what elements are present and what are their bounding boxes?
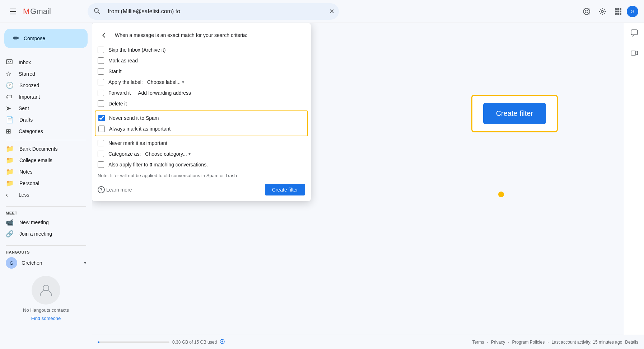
sidebar-item-sent[interactable]: ➤ Sent (0, 103, 86, 114)
forward-it-checkbox[interactable] (98, 90, 104, 96)
apply-label-checkbox[interactable] (98, 79, 104, 85)
add-forwarding-link[interactable]: Add forwarding address (138, 90, 191, 96)
right-tab-chat[interactable] (624, 23, 644, 43)
also-apply-label[interactable]: Also apply filter to 0 matching conversa… (108, 162, 208, 168)
apply-label-label[interactable]: Apply the label: (108, 79, 143, 85)
sidebar-item-notes-label: Notes (19, 169, 80, 175)
sidebar-item-inbox[interactable]: Inbox (0, 57, 86, 68)
storage-text: 0.38 GB of 15 GB used (172, 340, 217, 345)
compose-button[interactable]: ✏ Compose (4, 29, 88, 48)
learn-more-icon: ? (98, 186, 105, 193)
support-button[interactable] (579, 4, 594, 19)
categorize-as-label[interactable]: Categorize as: (108, 151, 141, 157)
star-it-label[interactable]: Star it (108, 69, 122, 74)
filter-back-button[interactable] (98, 29, 111, 42)
svg-line-1 (98, 12, 100, 14)
footer-separator-3: · (547, 340, 549, 345)
delete-it-label[interactable]: Delete it (108, 101, 127, 107)
terms-link[interactable]: Terms (472, 340, 484, 345)
hangouts-divider (6, 245, 86, 246)
svg-rect-10 (617, 8, 619, 10)
snoozed-icon: 🕐 (6, 81, 14, 89)
sidebar-item-drafts[interactable]: 📄 Drafts (0, 114, 86, 126)
hangouts-user[interactable]: G Gretchen ▾ (0, 256, 92, 270)
personal-icon: 📁 (6, 179, 14, 187)
svg-rect-20 (631, 30, 638, 35)
never-important-label[interactable]: Never mark it as important (108, 140, 167, 146)
never-important-checkbox[interactable] (98, 140, 104, 146)
filter-option-apply-label: Apply the label: Choose label... ▾ (98, 77, 305, 88)
choose-label-button[interactable]: Choose label... ▾ (147, 79, 184, 85)
highlighted-options-group: Never send it to Spam Always mark it as … (95, 110, 308, 136)
meet-divider (6, 206, 86, 207)
settings-button[interactable] (595, 4, 610, 19)
compose-label: Compose (24, 36, 45, 41)
no-hangouts-icon (32, 276, 60, 305)
drafts-icon: 📄 (6, 116, 14, 124)
sent-icon: ➤ (6, 104, 13, 112)
account-avatar[interactable]: G (627, 6, 638, 17)
svg-rect-14 (620, 10, 621, 12)
meet-section: Meet 📹 New meeting 🔗 Join a meeting (0, 203, 92, 240)
filter-note-prefix: Note: (98, 173, 110, 178)
sidebar-item-join-meeting[interactable]: 🔗 Join a meeting (0, 228, 86, 240)
search-input[interactable] (88, 3, 339, 20)
hamburger-icon (10, 9, 16, 14)
search-clear-button[interactable]: ✕ (329, 8, 335, 15)
program-policies-link[interactable]: Program Policies (512, 340, 545, 345)
sidebar-item-bank-documents[interactable]: 📁 Bank Documents (0, 143, 86, 155)
create-filter-dialog-button[interactable]: Create filter (265, 184, 305, 195)
details-link[interactable]: Details (625, 340, 638, 345)
star-it-checkbox[interactable] (98, 68, 104, 75)
apps-button[interactable] (611, 4, 625, 19)
sidebar-item-categories[interactable]: ⊞ Categories (0, 126, 86, 137)
svg-rect-13 (617, 10, 619, 12)
sidebar-item-new-meeting[interactable]: 📹 New meeting (0, 217, 86, 228)
find-someone-link[interactable]: Find someone (31, 316, 61, 321)
choose-category-button[interactable]: Choose category... ▾ (145, 151, 190, 157)
right-tab-meet[interactable] (624, 43, 644, 63)
privacy-link[interactable]: Privacy (491, 340, 505, 345)
connector-dot (498, 192, 504, 197)
content-area: When a message is an exact match for you… (92, 23, 644, 349)
hangouts-section: Hangouts G Gretchen ▾ No Hangouts contac… (0, 242, 92, 327)
skip-inbox-label[interactable]: Skip the Inbox (Archive it) (108, 47, 166, 53)
always-important-checkbox[interactable] (98, 126, 105, 132)
sidebar-item-starred[interactable]: ☆ Starred (0, 68, 86, 80)
learn-more-button[interactable]: ? Learn more (98, 186, 132, 193)
search-icon (93, 7, 101, 15)
mark-read-checkbox[interactable] (98, 57, 104, 64)
sidebar-item-snoozed[interactable]: 🕐 Snoozed (0, 80, 86, 91)
sidebar-item-important[interactable]: 🏷 Important (0, 91, 86, 103)
filter-note: Note: filter will not be applied to old … (92, 170, 311, 181)
categorize-as-checkbox[interactable] (98, 151, 104, 157)
filter-option-skip-inbox: Skip the Inbox (Archive it) (98, 44, 305, 55)
svg-rect-18 (6, 60, 12, 64)
skip-inbox-checkbox[interactable] (98, 47, 104, 53)
footer-separator-2: · (508, 340, 509, 345)
svg-rect-16 (617, 13, 619, 15)
delete-it-checkbox[interactable] (98, 100, 104, 107)
sidebar-item-important-label: Important (19, 94, 80, 100)
filter-option-star-it: Star it (98, 66, 305, 77)
sidebar-item-snoozed-label: Snoozed (19, 82, 80, 88)
sidebar-item-college-emails[interactable]: 📁 College emails (0, 155, 86, 166)
storage-fill (98, 341, 99, 343)
create-filter-big-button[interactable]: Create filter (483, 103, 546, 124)
menu-button[interactable] (6, 4, 20, 19)
also-apply-checkbox[interactable] (98, 161, 104, 168)
compose-plus-icon: ✏ (13, 34, 19, 42)
never-spam-checkbox[interactable] (98, 115, 105, 121)
forward-it-label[interactable]: Forward it (108, 90, 131, 96)
never-spam-label[interactable]: Never send it to Spam (109, 115, 159, 121)
sidebar-item-personal[interactable]: 📁 Personal (0, 178, 86, 189)
header-left: M Gmail (6, 4, 85, 19)
sidebar-item-less[interactable]: ‹ Less (0, 189, 86, 201)
filter-dialog-footer: ? Learn more Create filter (92, 181, 311, 195)
follow-link-icon[interactable] (220, 339, 225, 345)
sidebar-item-notes[interactable]: 📁 Notes (0, 166, 86, 178)
right-panel (624, 23, 644, 349)
always-important-label[interactable]: Always mark it as important (109, 126, 171, 132)
filter-option-never-important: Never mark it as important (98, 138, 305, 148)
mark-read-label[interactable]: Mark as read (108, 58, 138, 63)
